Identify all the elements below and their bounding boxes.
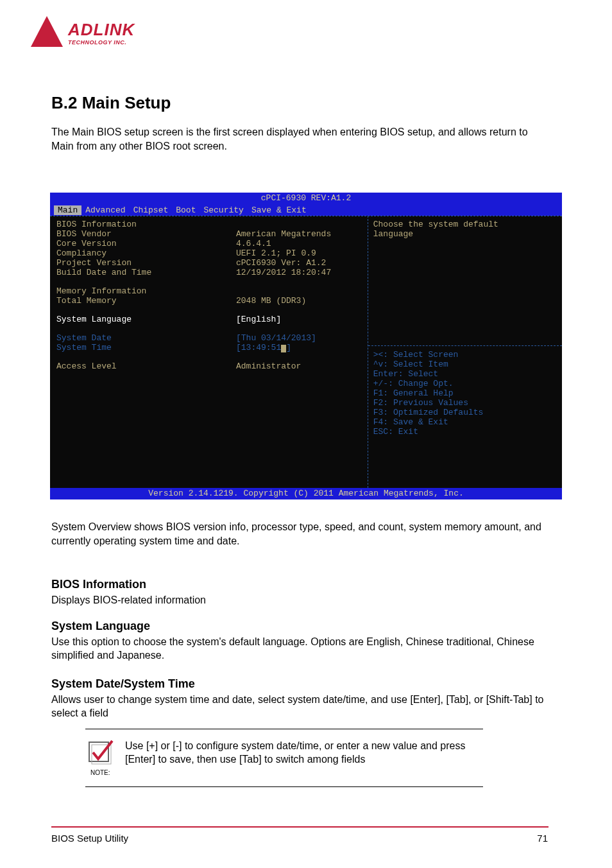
core-version-label: Core Version bbox=[56, 239, 236, 248]
note-icon: NOTE: bbox=[85, 737, 117, 776]
bios-tab-advanced[interactable]: Advanced bbox=[81, 205, 129, 215]
system-language-label[interactable]: System Language bbox=[56, 315, 236, 324]
help-key-f4: F4: Save & Exit bbox=[373, 417, 557, 427]
total-memory-value: 2048 MB (DDR3) bbox=[236, 296, 306, 306]
memory-info-header: Memory Information bbox=[56, 286, 236, 296]
intro-paragraph: The Main BIOS setup screen is the first … bbox=[51, 125, 548, 153]
note-divider-bottom bbox=[85, 786, 483, 787]
system-overview-paragraph: System Overview shows BIOS version info,… bbox=[51, 520, 548, 548]
bios-vendor-value: American Megatrends bbox=[236, 229, 331, 239]
bios-title-bar: cPCI-6930 REV:A1.2 bbox=[50, 193, 562, 204]
bios-tab-chipset[interactable]: Chipset bbox=[130, 205, 173, 215]
note-text: Use [+] or [-] to configure system date/… bbox=[125, 740, 484, 767]
system-date-label[interactable]: System Date bbox=[56, 333, 236, 343]
help-key-esc: ESC: Exit bbox=[373, 427, 557, 437]
help-key-f2: F2: Previous Values bbox=[373, 398, 557, 408]
bios-tab-main[interactable]: Main bbox=[54, 205, 81, 215]
adlink-logo: ADLINK TECHNOLOGY INC. bbox=[31, 16, 159, 51]
system-time-label[interactable]: System Time bbox=[56, 343, 236, 352]
help-key-select-screen: ><: Select Screen bbox=[373, 350, 557, 360]
section-title: B.2 Main Setup bbox=[51, 93, 171, 113]
page-footer-title: BIOS Setup Utility bbox=[51, 833, 128, 844]
core-version-value: 4.6.4.1 bbox=[236, 239, 271, 248]
help-key-select-item: ^v: Select Item bbox=[373, 360, 557, 369]
bios-tab-save-exit[interactable]: Save & Exit bbox=[248, 205, 310, 215]
bios-tab-boot[interactable]: Boot bbox=[172, 205, 200, 215]
checkbox-note-icon bbox=[85, 737, 116, 768]
page-number: 71 bbox=[537, 833, 548, 844]
help-description-line2: language bbox=[373, 229, 557, 239]
bios-vendor-label: BIOS Vendor bbox=[56, 229, 236, 239]
compliancy-label: Compliancy bbox=[56, 248, 236, 258]
system-date-value[interactable]: [Thu 03/14/2013] bbox=[236, 333, 316, 343]
system-language-value[interactable]: [English] bbox=[236, 315, 281, 324]
bios-tab-bar: Main Advanced Chipset Boot Security Save… bbox=[50, 204, 562, 216]
logo-triangle-icon bbox=[31, 16, 63, 47]
help-key-change-opt: +/-: Change Opt. bbox=[373, 379, 557, 388]
logo-main-text: ADLINK bbox=[68, 20, 135, 40]
bios-footer-bar: Version 2.14.1219. Copyright (C) 2011 Am… bbox=[50, 488, 562, 499]
page-footer-divider bbox=[51, 826, 548, 828]
cursor-icon bbox=[281, 345, 286, 352]
system-date-time-heading: System Date/System Time bbox=[51, 677, 195, 691]
logo-sub-text: TECHNOLOGY INC. bbox=[68, 39, 126, 46]
note-label: NOTE: bbox=[90, 769, 117, 776]
project-version-value: cPCI6930 Ver: A1.2 bbox=[236, 258, 326, 268]
help-key-enter: Enter: Select bbox=[373, 369, 557, 379]
compliancy-value: UEFI 2.1; PI 0.9 bbox=[236, 248, 316, 258]
access-level-value: Administrator bbox=[236, 361, 301, 371]
bios-help-pane: Choose the system default language ><: S… bbox=[368, 216, 562, 488]
help-key-f3: F3: Optimized Defaults bbox=[373, 408, 557, 417]
system-language-text: Use this option to choose the system's d… bbox=[51, 636, 548, 663]
access-level-label: Access Level bbox=[56, 361, 236, 371]
project-version-label: Project Version bbox=[56, 258, 236, 268]
build-date-value: 12/19/2012 18:20:47 bbox=[236, 268, 331, 277]
bios-tab-security[interactable]: Security bbox=[200, 205, 247, 215]
bios-information-text: Displays BIOS-related information bbox=[51, 594, 548, 607]
bios-information-heading: BIOS Information bbox=[51, 578, 146, 591]
note-divider-top bbox=[85, 729, 483, 729]
system-time-value[interactable]: [13:49:51] bbox=[236, 343, 291, 352]
system-date-time-text: Allows user to change system time and da… bbox=[51, 693, 548, 720]
bios-screenshot: cPCI-6930 REV:A1.2 Main Advanced Chipset… bbox=[50, 193, 562, 499]
total-memory-label: Total Memory bbox=[56, 296, 236, 306]
help-key-f1: F1: General Help bbox=[373, 388, 557, 398]
system-language-heading: System Language bbox=[51, 620, 150, 633]
help-description-line1: Choose the system default bbox=[373, 220, 557, 229]
bios-left-pane: BIOS Information BIOS VendorAmerican Meg… bbox=[50, 216, 368, 488]
build-date-label: Build Date and Time bbox=[56, 268, 236, 277]
bios-info-header: BIOS Information bbox=[56, 220, 236, 229]
